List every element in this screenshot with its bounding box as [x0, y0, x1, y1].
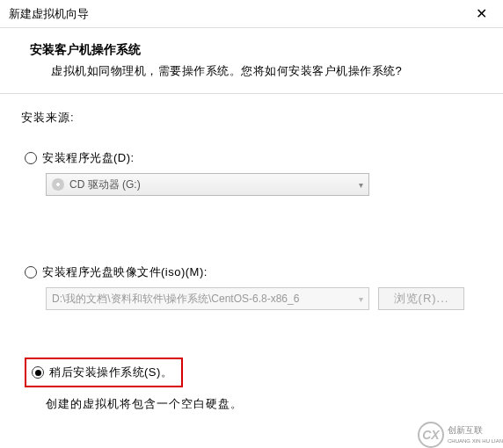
page-title: 安装客户机操作系统 [30, 42, 482, 58]
option-install-later: 稍后安装操作系统(S)。 创建的虚拟机将包含一个空白硬盘。 [21, 358, 482, 412]
content-area: 安装来源: 安装程序光盘(D): CD 驱动器 (G:) ▾ 安装程序光盘映像文… [0, 94, 503, 412]
page-description: 虚拟机如同物理机，需要操作系统。您将如何安装客户机操作系统? [51, 63, 482, 79]
install-later-hint: 创建的虚拟机将包含一个空白硬盘。 [46, 396, 482, 412]
radio-icon[interactable] [32, 366, 44, 379]
cd-drive-select[interactable]: CD 驱动器 (G:) ▾ [46, 173, 369, 196]
radio-iso-file[interactable]: 安装程序光盘映像文件(iso)(M): [25, 264, 482, 280]
window-title: 新建虚拟机向导 [9, 6, 89, 22]
highlight-box: 稍后安装操作系统(S)。 [25, 358, 183, 387]
browse-button[interactable]: 浏览(R)... [378, 287, 464, 310]
option-iso-file: 安装程序光盘映像文件(iso)(M): D:\我的文档\资料和软件\操作系统\C… [21, 264, 482, 310]
chevron-down-icon: ▾ [359, 180, 363, 190]
titlebar: 新建虚拟机向导 ✕ [0, 0, 503, 28]
iso-path-input[interactable]: D:\我的文档\资料和软件\操作系统\CentOS-6.8-x86_6 ▾ [46, 287, 369, 310]
close-icon[interactable]: ✕ [468, 5, 494, 22]
option-installer-disc: 安装程序光盘(D): CD 驱动器 (G:) ▾ [21, 150, 482, 196]
radio-label-later[interactable]: 稍后安装操作系统(S)。 [49, 365, 172, 380]
radio-icon [25, 266, 37, 278]
iso-path-value: D:\我的文档\资料和软件\操作系统\CentOS-6.8-x86_6 [52, 292, 299, 307]
radio-installer-disc[interactable]: 安装程序光盘(D): [25, 150, 482, 166]
watermark: CX 创新互联 CHUANG XIN HU LIAN [418, 422, 503, 448]
radio-icon [25, 152, 37, 164]
watermark-logo: CX [418, 422, 444, 448]
wizard-header: 安装客户机操作系统 虚拟机如同物理机，需要操作系统。您将如何安装客户机操作系统? [0, 28, 503, 94]
chevron-down-icon: ▾ [359, 294, 363, 304]
cd-icon [52, 178, 64, 191]
radio-label-disc: 安装程序光盘(D): [42, 150, 135, 166]
radio-label-iso: 安装程序光盘映像文件(iso)(M): [42, 264, 208, 280]
watermark-text: 创新互联 CHUANG XIN HU LIAN [448, 425, 503, 444]
cd-drive-value: CD 驱动器 (G:) [69, 177, 141, 192]
install-source-label: 安装来源: [21, 110, 482, 126]
